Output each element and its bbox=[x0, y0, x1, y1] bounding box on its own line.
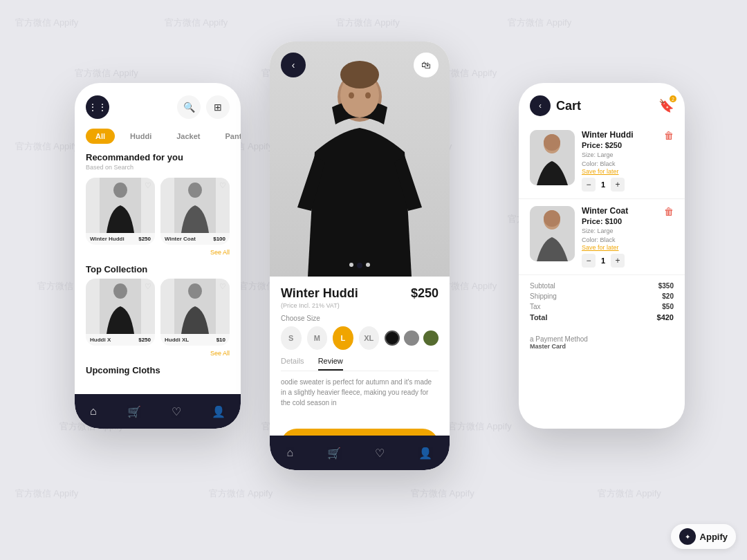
wishlist-icon[interactable]: ♡ bbox=[145, 181, 151, 190]
delete-item-1[interactable]: 🗑 bbox=[664, 130, 674, 192]
wishlist-nav-icon[interactable]: ♡ bbox=[172, 405, 181, 418]
search-button[interactable]: 🔍 bbox=[177, 95, 201, 119]
category-pants[interactable]: Pants bbox=[216, 129, 241, 144]
product-price: $100 bbox=[213, 236, 225, 242]
size-l[interactable]: L bbox=[333, 326, 353, 350]
wishlist-float-button[interactable]: ♡ bbox=[427, 250, 439, 265]
dot-1[interactable] bbox=[349, 263, 353, 267]
top-collection-products: Huddi X $250 ♡ Huddi XL $10 ♡ bbox=[75, 276, 241, 348]
product-price: $250 bbox=[138, 337, 151, 343]
qty-plus-2[interactable]: + bbox=[611, 254, 625, 268]
home-nav-icon[interactable]: ⌂ bbox=[90, 405, 97, 418]
size-options: S M L XL bbox=[281, 326, 439, 350]
product-name: Huddi XL bbox=[165, 337, 189, 343]
cart-item-2-info: Winter Coat Price: $100 Size: Large Colo… bbox=[582, 206, 657, 268]
cart-mid-nav[interactable]: 🛒 bbox=[327, 447, 341, 460]
top-collection-title: Top Collection bbox=[75, 260, 241, 276]
svg-point-17 bbox=[544, 134, 560, 151]
save-later-2[interactable]: Save for later bbox=[582, 244, 657, 251]
qty-value-1: 1 bbox=[601, 180, 605, 189]
mid-bottom-nav: ⌂ 🛒 ♡ 👤 bbox=[270, 436, 450, 470]
upcoming-title: Upcoming Cloths bbox=[75, 361, 241, 377]
color-gray[interactable] bbox=[404, 330, 419, 346]
total-label: Total bbox=[530, 313, 547, 321]
size-m[interactable]: M bbox=[307, 326, 328, 350]
category-jacket[interactable]: Jacket bbox=[167, 129, 210, 144]
cart-item-2-name: Winter Coat bbox=[582, 206, 657, 216]
home-mid-nav[interactable]: ⌂ bbox=[287, 447, 294, 459]
payment-method: Master Card bbox=[530, 343, 566, 350]
shipping-label: Shipping bbox=[530, 292, 557, 300]
svg-point-1 bbox=[113, 183, 127, 198]
size-xl[interactable]: XL bbox=[359, 326, 380, 350]
bookmark-button[interactable]: 🔖 2 bbox=[658, 98, 674, 113]
category-bar: All Huddi Jacket Pants bbox=[75, 124, 241, 148]
left-phone: ⋮⋮ 🔍 ⊞ All Huddi Jacket Pants Recommande… bbox=[75, 83, 241, 429]
header-buttons: ‹ 🛍 bbox=[281, 53, 439, 77]
color-olive[interactable] bbox=[423, 330, 439, 346]
product-details: Winter Huddi $250 (Price Incl. 21% VAT) … bbox=[270, 277, 450, 418]
subtotal-row: Subtotal $350 bbox=[530, 282, 674, 290]
subtotal-value: $350 bbox=[658, 282, 674, 290]
grid-button[interactable]: ⊞ bbox=[206, 95, 230, 119]
qty-plus-1[interactable]: + bbox=[611, 178, 625, 192]
cart-item-2: Winter Coat Price: $100 Size: Large Colo… bbox=[519, 199, 685, 275]
see-all-recommended[interactable]: See All bbox=[75, 249, 241, 256]
heart-mid-nav[interactable]: ♡ bbox=[375, 447, 385, 460]
payment-section: a Payment Method Master Card bbox=[519, 331, 685, 354]
tab-review[interactable]: Review bbox=[318, 357, 343, 371]
product-card-huddi-xl[interactable]: Huddi XL $10 ♡ bbox=[160, 279, 230, 346]
qty-minus-2[interactable]: − bbox=[582, 254, 596, 268]
appify-icon: ✦ bbox=[679, 528, 696, 545]
product-name: Winter Huddi bbox=[90, 236, 124, 242]
choose-size-label: Choose Size bbox=[281, 315, 439, 322]
save-later-1[interactable]: Save for later bbox=[582, 168, 657, 175]
cart-item-1: Winter Huddi Price: $250 Size: Large Col… bbox=[519, 123, 685, 199]
qty-minus-1[interactable]: − bbox=[582, 178, 596, 192]
wishlist-icon[interactable]: ♡ bbox=[145, 282, 151, 291]
dot-3[interactable] bbox=[366, 263, 370, 267]
tab-details[interactable]: Details bbox=[281, 357, 304, 371]
cart-item-2-size: Size: Large bbox=[582, 227, 657, 236]
vat-text: (Price Incl. 21% VAT) bbox=[281, 302, 439, 309]
cart-back-button[interactable]: ‹ bbox=[530, 95, 551, 116]
cart-item-2-image bbox=[530, 206, 575, 261]
product-name-large: Winter Huddi bbox=[281, 286, 358, 301]
cart-item-1-color: Color: Black bbox=[582, 160, 657, 169]
delete-item-2[interactable]: 🗑 bbox=[664, 206, 674, 268]
cart-nav-icon[interactable]: 🛒 bbox=[127, 405, 141, 418]
dot-2[interactable] bbox=[357, 263, 362, 268]
profile-nav-icon[interactable]: 👤 bbox=[212, 405, 225, 418]
left-bottom-nav: ⌂ 🛒 ♡ 👤 bbox=[75, 394, 241, 429]
category-huddi[interactable]: Huddi bbox=[120, 129, 161, 144]
color-black[interactable] bbox=[385, 330, 400, 346]
detail-tabs: Details Review bbox=[281, 357, 439, 371]
cart-item-1-name: Winter Huddi bbox=[582, 130, 657, 140]
size-s[interactable]: S bbox=[281, 326, 302, 350]
profile-mid-nav[interactable]: 👤 bbox=[418, 447, 432, 460]
back-button[interactable]: ‹ bbox=[281, 53, 306, 77]
wishlist-icon[interactable]: ♡ bbox=[219, 181, 226, 190]
shipping-row: Shipping $20 bbox=[530, 292, 674, 300]
tax-label: Tax bbox=[530, 303, 541, 310]
see-all-collection[interactable]: See All bbox=[75, 350, 241, 357]
product-name: Huddi X bbox=[90, 337, 111, 343]
cart-title: Cart bbox=[556, 99, 653, 113]
cart-item-2-color: Color: Black bbox=[582, 236, 657, 245]
product-card-winter-coat[interactable]: Winter Coat $100 ♡ bbox=[160, 178, 230, 245]
svg-point-3 bbox=[188, 183, 202, 198]
recommended-sub: Based on Search bbox=[75, 164, 241, 175]
product-card-huddi-x[interactable]: Huddi X $250 ♡ bbox=[86, 279, 155, 346]
wishlist-icon[interactable]: ♡ bbox=[219, 282, 226, 291]
category-all[interactable]: All bbox=[86, 129, 115, 144]
product-description: oodie sweater is perfect for autumn and … bbox=[281, 377, 439, 408]
tax-value: $50 bbox=[662, 303, 674, 310]
menu-dots-button[interactable]: ⋮⋮ bbox=[86, 95, 109, 119]
cart-header-button[interactable]: 🛍 bbox=[414, 53, 439, 77]
cart-item-1-info: Winter Huddi Price: $250 Size: Large Col… bbox=[582, 130, 657, 192]
product-name: Winter Coat bbox=[165, 236, 196, 242]
qty-value-2: 1 bbox=[601, 256, 605, 265]
svg-point-14 bbox=[365, 93, 371, 99]
shipping-value: $20 bbox=[662, 292, 674, 300]
product-card-winter-huddi[interactable]: Winter Huddi $250 ♡ bbox=[86, 178, 155, 245]
